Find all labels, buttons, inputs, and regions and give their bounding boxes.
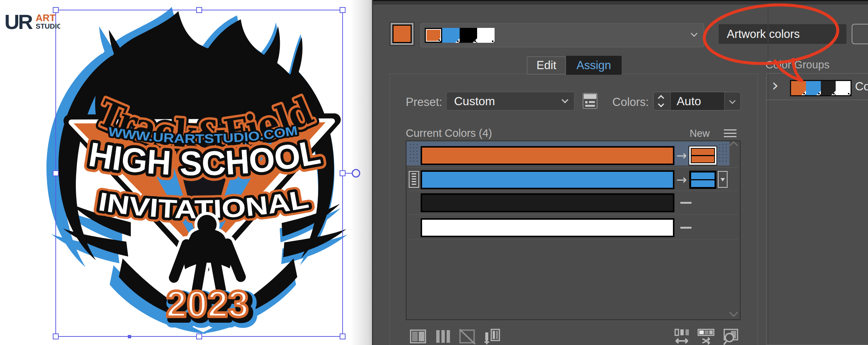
global-color-corner bbox=[803, 93, 805, 94]
svg-text:2023: 2023 bbox=[166, 283, 249, 325]
randomly-change-color-order-button[interactable] bbox=[674, 329, 691, 345]
colors-stepper[interactable] bbox=[654, 92, 671, 110]
global-color-corner bbox=[457, 41, 459, 42]
color-swatch[interactable] bbox=[477, 28, 495, 43]
tab-edit[interactable]: Edit bbox=[527, 57, 566, 74]
global-color-corner bbox=[818, 93, 820, 94]
active-color-swatch[interactable] bbox=[392, 25, 412, 43]
chevron-down-icon bbox=[729, 98, 736, 104]
new-color-row-button[interactable] bbox=[484, 329, 501, 345]
artwork-colors-strip bbox=[425, 28, 495, 43]
global-color-corner bbox=[833, 93, 835, 94]
no-new-color-dash bbox=[680, 202, 692, 204]
row-texture bbox=[409, 143, 419, 164]
color-groups-list: › Co bbox=[766, 73, 868, 345]
global-color-corner bbox=[438, 39, 440, 41]
group-swatch-strip[interactable] bbox=[791, 81, 851, 95]
canvas-edge-shadow bbox=[350, 0, 373, 345]
logo-word-art: ART bbox=[36, 12, 56, 23]
logo-word-studio: STUDIO bbox=[36, 22, 60, 30]
color-group-dropdown[interactable] bbox=[421, 23, 704, 47]
artboard-canvas[interactable]: UR ART STUDIO bbox=[0, 0, 373, 345]
arrow-right-icon: → bbox=[676, 149, 687, 162]
color-group-row[interactable]: › Co bbox=[767, 74, 868, 100]
save-group-button[interactable] bbox=[852, 24, 868, 44]
panel-title-strip bbox=[373, 0, 868, 4]
current-colors-list: →→ bbox=[406, 141, 741, 320]
new-color-swatch[interactable] bbox=[689, 146, 716, 165]
tab-assign[interactable]: Assign bbox=[566, 56, 622, 75]
no-new-color-dash bbox=[680, 227, 692, 229]
global-color-corner bbox=[492, 41, 493, 42]
logo-monogram: UR bbox=[4, 11, 33, 33]
row-drag-handle[interactable] bbox=[409, 171, 419, 188]
colors-value: Auto bbox=[671, 92, 724, 110]
urartstudio-logo: UR ART STUDIO bbox=[4, 11, 60, 33]
chevron-down-icon[interactable] bbox=[691, 30, 697, 37]
color-swatch[interactable] bbox=[460, 28, 477, 43]
new-color-bottom bbox=[691, 180, 715, 187]
current-color-bar[interactable] bbox=[421, 193, 674, 212]
new-color-top bbox=[691, 172, 715, 179]
find-color-in-artwork-button[interactable] bbox=[722, 329, 739, 345]
merge-colors-button[interactable] bbox=[410, 329, 426, 344]
current-color-bar[interactable] bbox=[421, 146, 674, 165]
row-separator bbox=[408, 239, 738, 239]
track-field-artwork[interactable]: Track&Field Track&Field Track&Field WWW.… bbox=[0, 0, 373, 345]
new-color-top bbox=[692, 149, 714, 155]
exclude-colors-button[interactable] bbox=[459, 329, 476, 344]
group-row-name: Co bbox=[855, 80, 868, 93]
colors-count-control: Auto bbox=[653, 92, 741, 110]
global-color-corner bbox=[475, 41, 476, 42]
arrow-right-icon: → bbox=[676, 173, 687, 186]
color-swatch[interactable] bbox=[836, 81, 851, 95]
global-color-corner bbox=[848, 93, 849, 94]
stepper-down-icon[interactable] bbox=[658, 101, 664, 107]
color-swatch[interactable] bbox=[425, 28, 442, 43]
separate-colors-button[interactable] bbox=[435, 329, 451, 344]
year-text: 2023 2023 2023 bbox=[166, 283, 253, 330]
chevron-down-icon bbox=[561, 96, 568, 103]
row-separator bbox=[408, 191, 738, 191]
new-color-swatch[interactable] bbox=[689, 171, 716, 189]
color-reduction-options-button[interactable] bbox=[583, 93, 597, 109]
row-texture bbox=[718, 143, 728, 164]
illustrator-window: UR ART STUDIO bbox=[0, 0, 868, 345]
colors-dropdown-button[interactable] bbox=[724, 92, 741, 110]
preset-label: Preset: bbox=[406, 96, 442, 109]
new-column-label: New bbox=[690, 128, 710, 139]
colors-label: Colors: bbox=[612, 96, 649, 109]
row-separator bbox=[408, 215, 738, 215]
color-swatch[interactable] bbox=[821, 81, 836, 95]
randomly-change-saturation-brightness-button[interactable] bbox=[697, 329, 715, 345]
new-color-dropdown-button[interactable] bbox=[718, 171, 728, 188]
current-colors-label: Current Colors (4) bbox=[406, 127, 492, 139]
color-swatch[interactable] bbox=[791, 81, 806, 95]
expand-group-icon[interactable]: › bbox=[772, 77, 778, 94]
row-separator bbox=[408, 167, 738, 168]
preset-select[interactable]: Custom bbox=[446, 92, 574, 110]
color-swatch[interactable] bbox=[442, 28, 460, 43]
stepper-up-icon[interactable] bbox=[658, 95, 664, 101]
flyout-menu-icon[interactable] bbox=[724, 129, 736, 138]
color-swatch[interactable] bbox=[806, 81, 821, 95]
new-color-bottom bbox=[692, 156, 714, 162]
current-color-bar[interactable] bbox=[421, 218, 674, 237]
anchor-point[interactable] bbox=[128, 335, 131, 338]
group-name-input[interactable]: Artwork colors bbox=[719, 24, 846, 44]
color-groups-label: Color Groups bbox=[765, 59, 829, 71]
preset-value: Custom bbox=[454, 94, 495, 108]
current-color-bar[interactable] bbox=[421, 170, 674, 189]
